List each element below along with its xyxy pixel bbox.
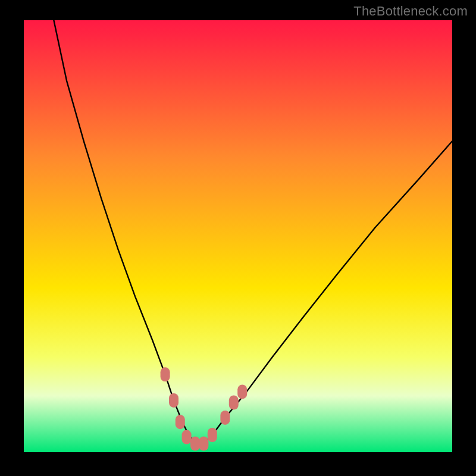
curve-marker xyxy=(182,430,192,444)
curve-marker xyxy=(161,367,170,381)
watermark-label: TheBottleneck.com xyxy=(353,4,468,19)
curve-marker xyxy=(169,393,178,408)
bottleneck-chart xyxy=(0,0,476,476)
curve-marker xyxy=(208,428,217,442)
curve-marker xyxy=(190,437,200,451)
curve-marker xyxy=(199,437,208,451)
curve-marker xyxy=(229,396,239,410)
curve-marker xyxy=(220,411,230,425)
chart-frame: { "watermark": "TheBottleneck.com", "col… xyxy=(0,0,476,476)
curve-marker xyxy=(237,384,247,399)
curve-marker xyxy=(176,415,185,429)
